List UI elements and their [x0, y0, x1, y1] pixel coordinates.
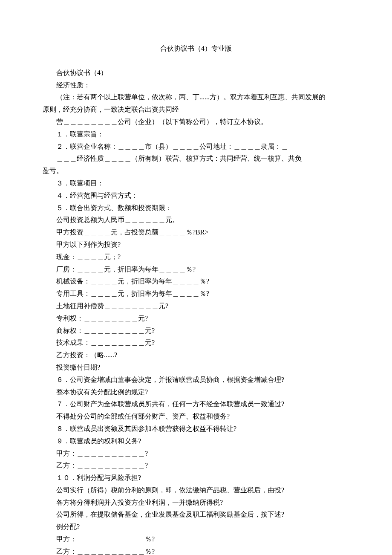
body-line: ９．联营成员的权利和义务?: [43, 435, 349, 448]
body-line: 甲方投资＿＿＿＿元，占投资总额＿＿＿＿％?BR>: [43, 226, 349, 239]
body-line: 营＿＿＿＿＿＿＿＿公司（企业）（以下简称公司），特订立本协议。: [43, 116, 349, 128]
body-line: 乙方投资：（略......?: [43, 349, 349, 361]
body-line: 各方将分得利润并入投资方企业利润，一并缴纳所得税?: [43, 497, 349, 509]
body-line: 乙方：＿＿＿＿＿＿＿＿＿＿?: [43, 460, 349, 472]
body-line: 公司投资总额为人民币＿＿＿＿＿＿元。: [43, 214, 349, 226]
body-line: 不得处分公司的全部或任何部分财产、资产、权益和债务?: [43, 410, 349, 423]
body-line: （注：若有两个以上联营单位，依次称，丙、丁......方）。双方本着互利互惠、共…: [43, 91, 349, 104]
body-line: 厂房：＿＿＿＿元，折旧率为每年＿＿＿＿％?: [43, 263, 349, 276]
body-line: 投资缴付日期?: [43, 361, 349, 374]
body-line: 土地征用补偿费＿＿＿＿＿＿＿＿元?: [43, 300, 349, 312]
body-line: 专利权：＿＿＿＿＿＿＿＿元?: [43, 312, 349, 325]
body-line: 甲方：＿＿＿＿＿＿＿＿＿＿?: [43, 448, 349, 460]
body-line: 现金：＿＿＿＿元；?: [43, 251, 349, 263]
body-line: 商标权：＿＿＿＿＿＿＿＿＿元?: [43, 325, 349, 337]
body-line: ＿＿＿经济性质＿＿＿＿（所有制）联营。核算方式：共同经营、统一核算、共负: [43, 153, 349, 165]
body-line: ５．联合出资方式、数额和投资期限：: [43, 202, 349, 214]
body-line: ６．公司资金增减由董事会决定，并报请联营成员协商，根据资金增减合理?: [43, 374, 349, 386]
body-line: ７．公司财产为全体联营成员所共有，任何一方不经全体联营成员一致通过?: [43, 398, 349, 410]
body-line: １０．利润分配与风险承担?: [43, 472, 349, 484]
body-line: １．联营宗旨：: [43, 128, 349, 141]
body-line: ４．经营范围与经营方式：: [43, 190, 349, 202]
body-line: 甲方以下列作为投资?: [43, 239, 349, 251]
body-line: ３．联营项目：: [43, 177, 349, 190]
body-line: 乙方：＿＿＿＿＿＿＿＿＿＿％?: [43, 546, 349, 555]
document-page: 合伙协议书（4）专业版 合伙协议书（4）经济性质：（注：若有两个以上联营单位，依…: [0, 0, 392, 555]
body-line: 盈亏。: [43, 165, 349, 177]
body-line: 经济性质：: [43, 79, 349, 92]
body-line: 整本协议有关分配比例的规定?: [43, 386, 349, 399]
body-line: 专用工具：＿＿＿＿元，折旧率为每年＿＿＿＿％?: [43, 288, 349, 300]
body-line: 例分配?: [43, 521, 349, 533]
body-line: 原则，经充分协商，一致决定联合出资共同经: [43, 104, 349, 116]
body-line: 甲方：＿＿＿＿＿＿＿＿＿＿％?: [43, 533, 349, 546]
body-line: ２．联营企业名称：＿＿＿＿市（县）＿＿＿＿公司地址：＿＿＿＿隶属：＿: [43, 141, 349, 153]
document-body: 合伙协议书（4）经济性质：（注：若有两个以上联营单位，依次称，丙、丁......…: [43, 67, 349, 555]
body-line: 合伙协议书（4）: [43, 67, 349, 79]
body-line: 公司所得，在提取储备基金，企业发展基金及职工福利奖励基金后，按下述?: [43, 509, 349, 521]
document-title: 合伙协议书（4）专业版: [43, 43, 349, 55]
body-line: 公司实行（所得）税前分利的原则，即，依法缴纳产品税、营业税后，由投?: [43, 484, 349, 497]
body-line: 技术成果：＿＿＿＿＿＿＿＿元?: [43, 337, 349, 349]
body-line: ８．联营成员出资额及其因参加本联营获得之权益不得转让?: [43, 423, 349, 435]
body-line: 机械设备：＿＿＿＿元，折旧率为每年＿＿＿＿％?: [43, 275, 349, 288]
